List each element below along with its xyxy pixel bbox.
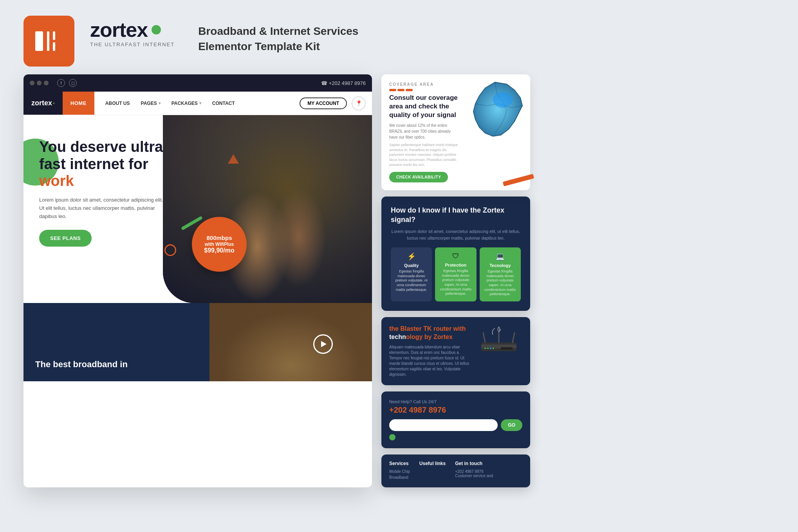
price-amount: $99,90/mo <box>204 247 234 254</box>
price-plan: with WifiPlus <box>205 242 234 247</box>
footer-broadband-link[interactable]: Broadband <box>389 475 410 480</box>
svg-line-8 <box>513 333 515 343</box>
family-image <box>209 303 372 381</box>
svg-point-10 <box>484 348 486 349</box>
svg-point-11 <box>487 348 489 349</box>
feature-protection-title: Protection <box>438 263 473 267</box>
services-title: Services <box>389 461 410 466</box>
feature-technology-desc: Egestas fringilla malesuada donec pretiu… <box>483 269 518 297</box>
nav-contact[interactable]: CONTACT <box>208 97 240 109</box>
footer-useful-links-col: Useful links <box>419 461 446 481</box>
router-text: the Blaster TK router with technology by… <box>389 325 469 377</box>
footer-contact-col: Get in touch +202 4987 8976 Customer ser… <box>455 461 493 481</box>
router-title-highlight: ology by Zortex <box>406 334 453 340</box>
help-go-button[interactable]: GO <box>501 419 522 431</box>
hero-headline-highlight: work <box>39 173 74 189</box>
help-search-input[interactable] <box>389 419 498 431</box>
signal-question: How do I know if I have the Zortex signa… <box>391 206 521 224</box>
get-in-touch-title: Get in touch <box>455 461 493 466</box>
help-title: Need Help? Call Us 24/7 <box>389 399 522 404</box>
svg-rect-0 <box>35 31 43 51</box>
nav-pages-label: PAGES <box>141 101 157 106</box>
brand-logo: zortex THE ULTRAFAST INTERNET <box>90 16 175 47</box>
deco-triangle <box>228 154 239 164</box>
hero-content: You deserve ultra fast internet for work… <box>39 139 164 247</box>
router-body: Aliquam malesuada bibendum arcu vitae el… <box>389 344 469 377</box>
nav-packages[interactable]: PACKAGES ▾ <box>167 97 206 109</box>
coverage-card: COVERAGE AREA Consult our coverage area … <box>381 74 530 190</box>
price-speed: 800mbps <box>206 234 232 242</box>
router-image <box>475 325 522 356</box>
footer-mobile-chip-link[interactable]: Mobile Chip <box>389 469 410 474</box>
feature-protection: 🛡 Protection Egestas fringilla malesuada… <box>435 247 476 301</box>
signal-body: Lorem ipsum dolor sit amet, consectetur … <box>391 228 521 241</box>
check-availability-button[interactable]: CHECK AVAILABILITY <box>389 172 448 182</box>
elementor-logo <box>23 16 74 67</box>
my-account-button[interactable]: MY ACCOUNT <box>300 97 347 109</box>
kit-title-line1: Broadband & Internet Services <box>198 25 358 37</box>
browser-mockup-left: f ◻ ☎ +202 4987 8976 zortex ● HOME ABOUT… <box>23 74 372 487</box>
footer-links-card: Services Mobile Chip Broadband Useful li… <box>381 454 530 487</box>
svg-rect-3 <box>53 42 55 51</box>
coverage-title: Consult our coverage area and check the … <box>389 94 460 119</box>
bottom-right-panel <box>209 303 372 381</box>
feature-protection-desc: Egestas fringilla malesuada donec pretiu… <box>438 269 473 296</box>
right-panel: COVERAGE AREA Consult our coverage area … <box>381 74 530 487</box>
browser-social-icons: f ◻ <box>57 79 77 87</box>
technology-icon: 💻 <box>483 252 518 261</box>
nav-home[interactable]: HOME <box>63 92 94 115</box>
hero-body: Lorem ipsum dolor sit amet, consectetur … <box>39 196 164 220</box>
brand-tagline: THE ULTRAFAST INTERNET <box>90 41 175 47</box>
svg-rect-2 <box>53 31 55 40</box>
deco-circle <box>164 244 176 256</box>
wave-3 <box>406 89 413 91</box>
svg-rect-1 <box>47 31 49 51</box>
useful-links-title: Useful links <box>419 461 446 466</box>
svg-point-12 <box>490 348 491 349</box>
feature-technology: 💻 Tecnology Egestas fringilla malesuada … <box>480 247 521 301</box>
footer-contact-phone: +202 4987 8976 <box>455 469 493 474</box>
features-grid: ⚡ Quality Egestas fringilla malesuada do… <box>391 247 521 301</box>
coverage-lorem: Sapien pellentesque habitant morbi trist… <box>389 142 460 167</box>
feature-quality-desc: Egestas fringilla malesuada donec pretiu… <box>394 269 429 292</box>
help-input-row: GO <box>389 419 522 431</box>
dot-1 <box>30 81 34 85</box>
feature-technology-title: Tecnology <box>483 263 518 268</box>
dot-2 <box>37 81 42 85</box>
dot-3 <box>44 81 49 85</box>
nav-items: ABOUT US PAGES ▾ PACKAGES ▾ CONTACT MY A… <box>94 92 372 115</box>
bottom-left-panel: The best broadband in <box>23 303 209 381</box>
svg-point-13 <box>493 348 494 349</box>
footer-services-col: Services Mobile Chip Broadband <box>389 461 410 481</box>
facebook-icon: f <box>57 79 65 87</box>
nav-about-us[interactable]: ABOUT US <box>101 97 135 109</box>
svg-rect-14 <box>501 347 513 350</box>
kit-title-line2: Elementor Template Kit <box>198 40 320 52</box>
nav-logo: zortex ● <box>23 92 63 115</box>
see-plans-button[interactable]: SEE PLANS <box>39 230 92 247</box>
svg-point-4 <box>493 92 513 108</box>
location-icon[interactable]: 📍 <box>352 96 366 110</box>
help-green-dot <box>389 434 395 440</box>
pages-arrow-icon: ▾ <box>159 101 161 105</box>
help-card: Need Help? Call Us 24/7 +202 4987 8976 G… <box>381 391 530 448</box>
kit-title: Broadband & Internet Services Elementor … <box>198 16 358 54</box>
brand-name: zortex <box>90 20 148 40</box>
nav-pages[interactable]: PAGES ▾ <box>136 97 165 109</box>
browser-dots <box>30 81 49 85</box>
protection-icon: 🛡 <box>438 252 473 260</box>
svg-line-7 <box>483 333 485 343</box>
wave-2 <box>397 89 404 91</box>
hero-background <box>163 115 372 303</box>
brazil-map <box>464 78 526 141</box>
play-button[interactable] <box>313 334 333 354</box>
nav-bar: zortex ● HOME ABOUT US PAGES ▾ PACKAGES … <box>23 92 372 115</box>
instagram-icon: ◻ <box>69 79 77 87</box>
footer-contact-info: Customer service and <box>455 474 493 478</box>
nav-logo-text: zortex <box>31 99 52 107</box>
hero-headline-line1: You deserve ultra <box>39 139 163 155</box>
help-phone: +202 4987 8976 <box>389 406 522 415</box>
main-content: f ◻ ☎ +202 4987 8976 zortex ● HOME ABOUT… <box>0 74 798 503</box>
price-badge: 800mbps with WifiPlus $99,90/mo <box>192 217 247 272</box>
signal-card: How do I know if I have the Zortex signa… <box>381 197 530 311</box>
